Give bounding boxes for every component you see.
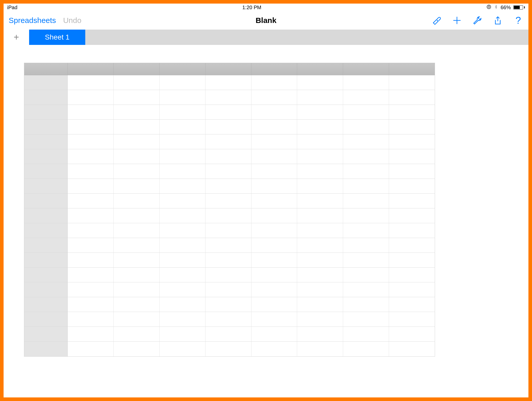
- row-header[interactable]: [24, 282, 68, 297]
- cell[interactable]: [297, 149, 343, 164]
- column-header[interactable]: [114, 63, 160, 75]
- cell[interactable]: [68, 164, 114, 179]
- cell[interactable]: [251, 342, 297, 356]
- cell[interactable]: [343, 179, 389, 193]
- cell[interactable]: [114, 149, 160, 164]
- cell[interactable]: [389, 208, 435, 223]
- spreadsheet-canvas[interactable]: [4, 45, 528, 397]
- cell[interactable]: [389, 342, 435, 356]
- back-button[interactable]: Spreadsheets: [9, 16, 56, 25]
- column-header[interactable]: [389, 63, 435, 75]
- cell[interactable]: [160, 194, 205, 208]
- cell[interactable]: [160, 120, 205, 134]
- column-header[interactable]: [297, 63, 343, 75]
- cell[interactable]: [297, 238, 343, 253]
- cell[interactable]: [297, 90, 343, 105]
- cell[interactable]: [68, 253, 114, 267]
- cell[interactable]: [343, 194, 389, 208]
- add-sheet-button[interactable]: +: [4, 30, 29, 45]
- cell[interactable]: [160, 149, 205, 164]
- cell[interactable]: [114, 253, 160, 267]
- cell[interactable]: [68, 105, 114, 119]
- cell[interactable]: [160, 105, 205, 119]
- column-header[interactable]: [251, 63, 297, 75]
- row-header[interactable]: [24, 134, 68, 149]
- cell[interactable]: [251, 253, 297, 267]
- cell[interactable]: [68, 194, 114, 208]
- sheet-tab-active[interactable]: Sheet 1: [29, 30, 85, 45]
- cell[interactable]: [205, 208, 251, 223]
- cell[interactable]: [160, 164, 205, 179]
- cell[interactable]: [389, 253, 435, 267]
- cell[interactable]: [389, 134, 435, 149]
- cell[interactable]: [297, 282, 343, 297]
- cell[interactable]: [114, 164, 160, 179]
- wrench-icon[interactable]: [472, 15, 482, 26]
- help-icon[interactable]: ?: [513, 15, 523, 26]
- cell[interactable]: [114, 90, 160, 105]
- cell[interactable]: [205, 194, 251, 208]
- cell[interactable]: [205, 105, 251, 119]
- cell[interactable]: [343, 120, 389, 134]
- cell[interactable]: [389, 194, 435, 208]
- cell[interactable]: [160, 134, 205, 149]
- format-brush-icon[interactable]: [431, 15, 442, 26]
- spreadsheet-grid[interactable]: [24, 63, 435, 357]
- cell[interactable]: [343, 342, 389, 356]
- cell[interactable]: [297, 120, 343, 134]
- cell[interactable]: [160, 238, 205, 253]
- cell[interactable]: [389, 179, 435, 193]
- cell[interactable]: [160, 342, 205, 356]
- cell[interactable]: [297, 268, 343, 282]
- cell[interactable]: [297, 75, 343, 90]
- cell[interactable]: [205, 342, 251, 356]
- cell[interactable]: [205, 327, 251, 341]
- cell[interactable]: [114, 238, 160, 253]
- cell[interactable]: [114, 194, 160, 208]
- cell[interactable]: [160, 223, 205, 238]
- cell[interactable]: [343, 134, 389, 149]
- cell[interactable]: [251, 297, 297, 312]
- cell[interactable]: [297, 312, 343, 327]
- cell[interactable]: [251, 268, 297, 282]
- add-icon[interactable]: [452, 15, 462, 26]
- cell[interactable]: [343, 312, 389, 327]
- cell[interactable]: [251, 223, 297, 238]
- cell[interactable]: [68, 312, 114, 327]
- cell[interactable]: [297, 327, 343, 341]
- cell[interactable]: [68, 282, 114, 297]
- cell[interactable]: [114, 208, 160, 223]
- cell[interactable]: [343, 253, 389, 267]
- cell[interactable]: [251, 238, 297, 253]
- cell[interactable]: [251, 134, 297, 149]
- cell[interactable]: [343, 297, 389, 312]
- cell[interactable]: [297, 208, 343, 223]
- cell[interactable]: [389, 149, 435, 164]
- cell[interactable]: [160, 75, 205, 90]
- cell[interactable]: [160, 327, 205, 341]
- cell[interactable]: [160, 297, 205, 312]
- cell[interactable]: [251, 149, 297, 164]
- cell[interactable]: [114, 223, 160, 238]
- row-header[interactable]: [24, 327, 68, 341]
- row-header[interactable]: [24, 120, 68, 134]
- cell[interactable]: [114, 105, 160, 119]
- cell[interactable]: [205, 164, 251, 179]
- cell[interactable]: [297, 194, 343, 208]
- cell[interactable]: [68, 268, 114, 282]
- cell[interactable]: [251, 105, 297, 119]
- cell[interactable]: [251, 179, 297, 193]
- cell[interactable]: [389, 282, 435, 297]
- cell[interactable]: [297, 223, 343, 238]
- column-header[interactable]: [68, 63, 114, 75]
- cell[interactable]: [297, 179, 343, 193]
- cell[interactable]: [160, 179, 205, 193]
- cell[interactable]: [114, 134, 160, 149]
- cell[interactable]: [389, 327, 435, 341]
- row-header[interactable]: [24, 90, 68, 105]
- cell[interactable]: [205, 120, 251, 134]
- cell[interactable]: [114, 268, 160, 282]
- cell[interactable]: [114, 342, 160, 356]
- row-header[interactable]: [24, 179, 68, 193]
- cell[interactable]: [251, 194, 297, 208]
